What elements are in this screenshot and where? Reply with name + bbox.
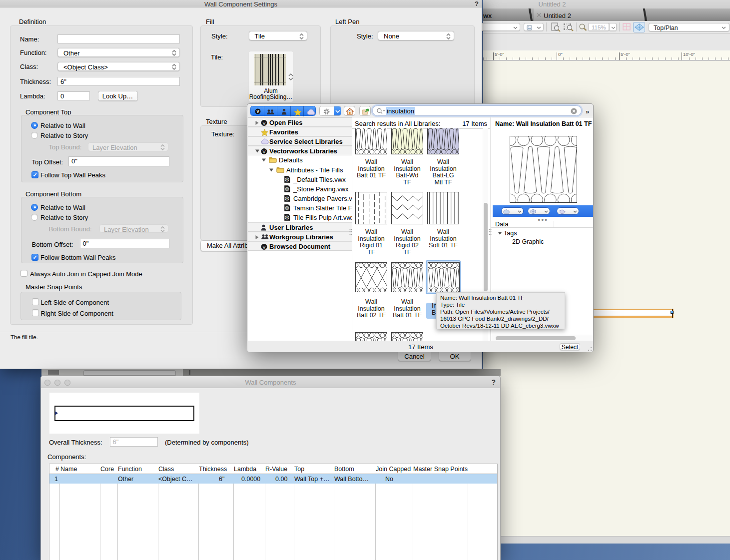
svg-text:V: V <box>286 197 288 200</box>
svg-text:V: V <box>256 109 259 114</box>
svg-text:V: V <box>286 178 288 181</box>
svg-text:0": 0" <box>558 51 563 57</box>
svg-text:V: V <box>262 149 265 154</box>
svg-text:V: V <box>286 216 288 219</box>
svg-text:5'-0": 5'-0" <box>495 51 504 57</box>
svg-text:V: V <box>286 187 288 191</box>
svg-text:5'-0": 5'-0" <box>621 51 630 57</box>
svg-text:V: V <box>286 206 288 210</box>
svg-text:V: V <box>262 120 265 125</box>
svg-text:10'-0": 10'-0" <box>683 51 695 57</box>
svg-text:V: V <box>262 244 265 249</box>
